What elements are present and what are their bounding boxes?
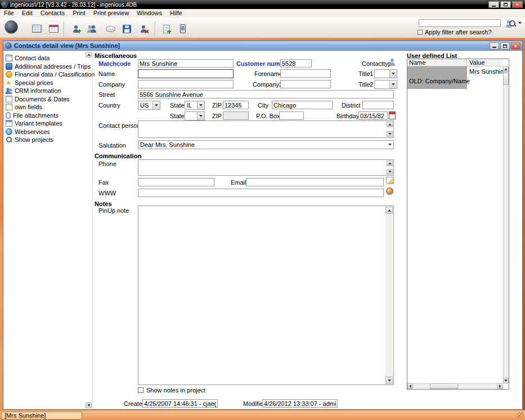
state2-dropdown-arrow-icon[interactable]: [197, 112, 204, 120]
sidebar-scroll-down[interactable]: [86, 403, 92, 408]
child-maximize-button[interactable]: [500, 42, 510, 50]
maximize-button[interactable]: [500, 1, 511, 8]
birthday-input[interactable]: [358, 111, 388, 120]
sidebar-item-financial-data[interactable]: Financial data / Classification: [6, 70, 95, 78]
udl-scroll-up[interactable]: [503, 66, 509, 72]
email-input[interactable]: [246, 178, 384, 186]
fax-input[interactable]: [138, 178, 214, 186]
child-close-button[interactable]: ×: [511, 42, 520, 50]
contact-search-button[interactable]: [502, 17, 518, 29]
udl-scroll-down[interactable]: [503, 378, 509, 383]
udl-vscroll-thumb[interactable]: [503, 73, 509, 85]
contact-person-scroll-up[interactable]: [387, 122, 393, 127]
menu-hilfe[interactable]: Hilfe: [166, 9, 186, 17]
contacttyp-button[interactable]: [388, 58, 395, 66]
add-contact-button[interactable]: [69, 23, 83, 35]
birthday-calendar-icon[interactable]: [389, 111, 396, 119]
salutation-dropdown[interactable]: Dear Mrs. Sunshine: [138, 140, 394, 149]
table-view-button[interactable]: [29, 23, 44, 35]
name-input[interactable]: [138, 69, 234, 78]
company-input[interactable]: [138, 80, 234, 88]
country-dropdown-arrow-icon[interactable]: [152, 101, 160, 109]
resize-grip[interactable]: [517, 412, 524, 419]
sidebar-item-contact-data[interactable]: Contact data: [6, 54, 50, 62]
forename-input[interactable]: [280, 69, 331, 78]
customer-number-input[interactable]: [280, 59, 312, 68]
apply-filter-checkbox[interactable]: [418, 30, 423, 35]
udl-scroll-right[interactable]: [497, 383, 503, 389]
search-input[interactable]: [419, 19, 501, 27]
udl-hscroll-thumb[interactable]: [430, 383, 458, 389]
phone-scroll-up[interactable]: [387, 160, 393, 166]
state-dropdown[interactable]: IL: [185, 101, 205, 110]
udl-vscrollbar[interactable]: [503, 66, 509, 383]
minimize-button[interactable]: [488, 1, 499, 8]
menu-print-preview[interactable]: Print preview: [89, 9, 133, 17]
magnifier-icon: [6, 136, 12, 143]
search-dropdown-arrow-icon[interactable]: [518, 22, 522, 24]
app-logo-icon: [5, 20, 18, 34]
udl-selected-row[interactable]: OLD: Company/Name: [407, 66, 467, 89]
www-label: WWW: [98, 190, 116, 197]
email-icon[interactable]: [386, 177, 394, 184]
window-controls: ×: [488, 1, 523, 8]
close-button[interactable]: ×: [512, 1, 523, 8]
menu-print[interactable]: Print: [69, 9, 89, 17]
child-window-titlebar[interactable]: Contacts detail view [Mrs Sunshine] ×: [3, 41, 522, 51]
save-button[interactable]: [119, 23, 134, 35]
city-input[interactable]: [272, 101, 333, 109]
sidebar-item-own-fields[interactable]: own fields: [6, 103, 42, 111]
country-dropdown[interactable]: US: [138, 101, 160, 110]
menu-windows[interactable]: Windows: [133, 9, 166, 17]
phone-box[interactable]: [138, 159, 394, 176]
state-value: IL: [187, 102, 192, 109]
title1-dropdown-arrow-icon[interactable]: [389, 70, 397, 78]
pinup-note-scrollbar[interactable]: [385, 207, 393, 384]
pinup-note-scroll-up[interactable]: [385, 207, 393, 214]
www-input[interactable]: [138, 189, 384, 197]
tag-button[interactable]: [103, 23, 118, 35]
po-box-input[interactable]: [279, 111, 304, 120]
contact-person-scroll-down[interactable]: [387, 131, 393, 137]
menu-contacts[interactable]: Contacts: [37, 9, 69, 17]
udl-column-name[interactable]: Name: [407, 59, 467, 66]
udl-scroll-left[interactable]: [407, 383, 413, 389]
zip-input[interactable]: [223, 101, 249, 109]
mobile-device-button[interactable]: [176, 23, 190, 35]
pinup-note-scroll-down[interactable]: [385, 377, 393, 384]
phone-scroll-down[interactable]: [387, 169, 393, 175]
district-input[interactable]: [362, 101, 394, 109]
sidebar-item-special-prices[interactable]: ★Special prices: [6, 79, 53, 87]
contact-person-box[interactable]: [138, 120, 394, 138]
menu-file[interactable]: File: [0, 9, 18, 17]
menu-edit[interactable]: Edit: [18, 9, 37, 17]
sidebar-scroll-up[interactable]: [86, 52, 92, 57]
sidebar-item-additional-addresses[interactable]: Additional addresses / Trips: [6, 62, 91, 70]
sidebar-item-show-projects[interactable]: Show projects: [6, 136, 53, 144]
pinup-note-box[interactable]: [138, 205, 394, 385]
company2-input[interactable]: [280, 80, 331, 88]
title2-dropdown[interactable]: [374, 80, 397, 89]
sidebar-item-file-attachments[interactable]: File attachments: [6, 111, 59, 119]
new-document-button[interactable]: [159, 23, 174, 35]
child-minimize-button[interactable]: [490, 42, 499, 50]
state-dropdown-arrow-icon[interactable]: [197, 101, 204, 109]
matchcode-input[interactable]: [138, 59, 234, 68]
udl-column-value[interactable]: Value: [468, 59, 503, 66]
show-notes-checkbox[interactable]: [138, 387, 143, 393]
title1-dropdown[interactable]: [374, 69, 397, 78]
sidebar-item-documents-dates[interactable]: Documents & Dates: [6, 95, 70, 103]
sidebar-item-variant-templates[interactable]: Variant templates: [6, 119, 62, 127]
street-input[interactable]: [138, 90, 394, 99]
calendar-view-button[interactable]: [46, 23, 61, 35]
save-icon: [123, 25, 131, 33]
state2-dropdown[interactable]: [185, 111, 205, 120]
salutation-dropdown-arrow-icon[interactable]: [386, 141, 393, 149]
sidebar-item-webservices[interactable]: Webservices: [6, 128, 50, 136]
udl-row-value[interactable]: Mrs Sunshine: [469, 68, 507, 75]
title2-dropdown-arrow-icon[interactable]: [389, 81, 397, 88]
delete-contact-button[interactable]: [136, 23, 151, 35]
contacts-sync-button[interactable]: [84, 23, 99, 35]
www-globe-icon[interactable]: [386, 187, 393, 195]
sidebar-item-crm-information[interactable]: CRM information: [6, 87, 61, 95]
